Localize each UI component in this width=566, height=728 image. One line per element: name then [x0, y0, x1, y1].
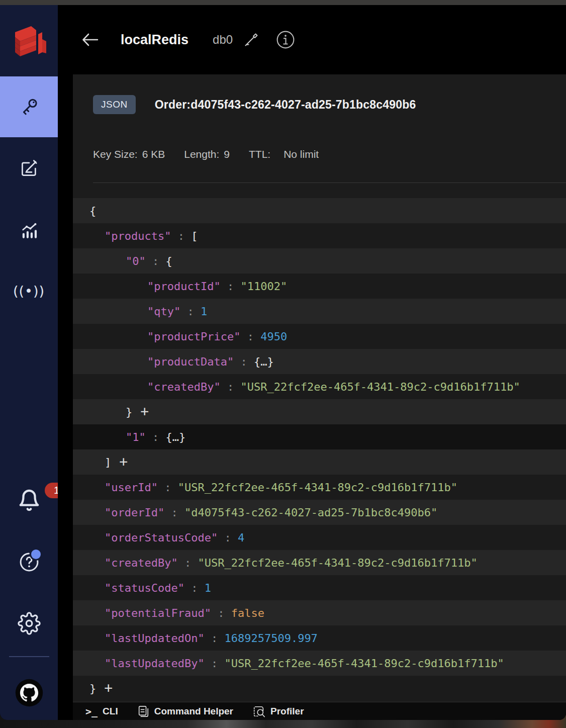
sidebar-item-browser[interactable] — [0, 76, 58, 137]
sidebar-item-analytics[interactable] — [0, 217, 58, 242]
json-key[interactable]: "1" — [126, 431, 146, 443]
profiler-label: Profiler — [270, 706, 304, 717]
help-notification-dot — [30, 548, 42, 561]
json-row[interactable]: "1" : {…} — [73, 424, 566, 449]
cli-button[interactable]: >_ CLI — [85, 705, 118, 717]
json-row[interactable]: "statusCode" : 1 — [73, 575, 566, 600]
key-icon — [19, 97, 39, 117]
json-string[interactable]: "USR_22fcf2ee-465f-4341-89c2-c9d16b1f711… — [198, 557, 477, 569]
json-colon: : — [146, 255, 166, 267]
json-string[interactable]: "USR_22fcf2ee-465f-4341-89c2-c9d16b1f711… — [178, 481, 457, 494]
key-detail-panel: JSON Order:d4075f43-c262-4027-ad25-7b1bc… — [73, 74, 566, 702]
json-number[interactable]: 1 — [205, 582, 211, 594]
json-key[interactable]: "potentialFraud" — [105, 607, 211, 619]
expand-toggle[interactable]: {…} — [166, 431, 186, 443]
back-button[interactable] — [80, 31, 100, 49]
json-string[interactable]: "USR_22fcf2ee-465f-4341-89c2-c9d16b1f711… — [240, 381, 520, 393]
redis-logo-icon — [9, 22, 49, 64]
json-row[interactable]: { — [73, 198, 566, 223]
json-key[interactable]: "userId" — [105, 481, 158, 494]
json-row[interactable]: }+ — [73, 399, 566, 424]
json-colon: : — [164, 506, 184, 519]
json-colon: : — [221, 381, 241, 393]
json-key[interactable]: "orderStatusCode" — [105, 531, 218, 544]
sidebar-item-github[interactable] — [0, 678, 58, 708]
json-row[interactable]: "productPrice" : 4950 — [73, 324, 566, 349]
json-row[interactable]: "potentialFraud" : false — [73, 600, 566, 625]
info-icon — [276, 30, 295, 49]
json-number[interactable]: 1689257509.997 — [224, 632, 317, 645]
json-string[interactable]: "USR_22fcf2ee-465f-4341-89c2-c9d16b1f711… — [224, 657, 504, 670]
json-key[interactable]: "productData" — [147, 355, 234, 368]
json-key[interactable]: "lastUpdatedOn" — [105, 632, 205, 645]
profiler-icon — [252, 705, 265, 718]
sidebar-item-pubsub[interactable]: ((•)) — [0, 278, 58, 303]
bell-icon — [18, 489, 41, 512]
json-punct: [ — [191, 230, 198, 242]
sidebar-divider — [9, 656, 49, 657]
key-type-badge: JSON — [93, 95, 136, 114]
expand-toggle[interactable]: {…} — [254, 355, 274, 368]
add-item-button[interactable]: + — [140, 405, 149, 419]
json-row[interactable]: "qty" : 1 — [73, 299, 566, 324]
json-number[interactable]: 4 — [238, 531, 244, 544]
json-row[interactable]: "products" : [ — [73, 223, 566, 248]
key-ttl-value[interactable]: No limit — [284, 148, 319, 160]
json-row[interactable]: "createdBy" : "USR_22fcf2ee-465f-4341-89… — [73, 550, 566, 575]
json-row[interactable]: ]+ — [73, 449, 566, 475]
json-key[interactable]: "products" — [105, 230, 171, 242]
json-colon: : — [221, 280, 241, 293]
sidebar-item-settings[interactable] — [0, 608, 58, 639]
json-row[interactable]: "0" : { — [73, 248, 566, 274]
json-string[interactable]: "d4075f43-c262-4027-ad25-7b1bc8c490b6" — [184, 506, 437, 519]
pubsub-icon: ((•)) — [13, 283, 45, 299]
json-row[interactable]: "lastUpdatedOn" : 1689257509.997 — [73, 625, 566, 651]
key-size-label: Key Size: — [93, 148, 138, 160]
json-colon: : — [180, 305, 201, 318]
gear-icon — [18, 612, 41, 635]
add-item-button[interactable]: + — [104, 681, 113, 695]
command-helper-button[interactable]: Command Helper — [137, 705, 233, 718]
command-helper-label: Command Helper — [154, 706, 233, 717]
json-row[interactable]: "productData" : {…} — [73, 349, 566, 374]
sidebar-item-workbench[interactable] — [0, 156, 58, 181]
json-key[interactable]: "statusCode" — [105, 582, 184, 594]
json-key[interactable]: "lastUpdatedBy" — [105, 657, 205, 670]
sidebar-item-help[interactable] — [0, 547, 58, 577]
json-bool[interactable]: false — [231, 607, 264, 619]
json-row[interactable]: "createdBy" : "USR_22fcf2ee-465f-4341-89… — [73, 374, 566, 399]
github-icon — [15, 678, 44, 707]
json-colon: : — [184, 582, 205, 594]
db-info-button[interactable] — [276, 30, 295, 49]
json-row[interactable]: "userId" : "USR_22fcf2ee-465f-4341-89c2-… — [73, 475, 566, 500]
json-key[interactable]: "0" — [126, 255, 146, 267]
json-number[interactable]: 1 — [201, 305, 207, 318]
json-colon: : — [218, 531, 238, 544]
json-number[interactable]: 4950 — [260, 330, 287, 343]
json-rows: {"products" : ["0" : {"productId" : "110… — [73, 198, 566, 701]
json-key[interactable]: "qty" — [147, 305, 180, 318]
json-row[interactable]: "productId" : "11002" — [73, 274, 566, 299]
json-key[interactable]: "createdBy" — [105, 557, 178, 569]
screen: ((•)) 1 — [0, 0, 566, 728]
json-colon: : — [171, 230, 191, 242]
key-name[interactable]: Order:d4075f43-c262-4027-ad25-7b1bc8c490… — [155, 98, 416, 112]
profiler-button[interactable]: Profiler — [252, 705, 304, 718]
json-key[interactable]: "createdBy" — [147, 381, 221, 393]
sidebar-item-notifications[interactable]: 1 — [0, 485, 58, 515]
json-key[interactable]: "productPrice" — [147, 330, 240, 343]
json-row[interactable]: "lastUpdatedBy" : "USR_22fcf2ee-465f-434… — [73, 651, 566, 676]
document-icon — [137, 705, 149, 718]
add-item-button[interactable]: + — [119, 455, 128, 469]
json-row[interactable]: "orderId" : "d4075f43-c262-4027-ad25-7b1… — [73, 500, 566, 525]
json-row[interactable]: }+ — [73, 676, 566, 701]
json-string[interactable]: "11002" — [240, 280, 287, 293]
json-row[interactable]: "orderStatusCode" : 4 — [73, 525, 566, 550]
edit-db-alias-button[interactable] — [244, 32, 259, 47]
key-length-label: Length: — [184, 148, 219, 160]
redisinsight-window: ((•)) 1 — [0, 5, 566, 720]
json-punct: } — [126, 406, 132, 418]
key-ttl-label: TTL: — [249, 148, 270, 160]
json-key[interactable]: "productId" — [147, 280, 221, 293]
json-key[interactable]: "orderId" — [105, 506, 164, 519]
